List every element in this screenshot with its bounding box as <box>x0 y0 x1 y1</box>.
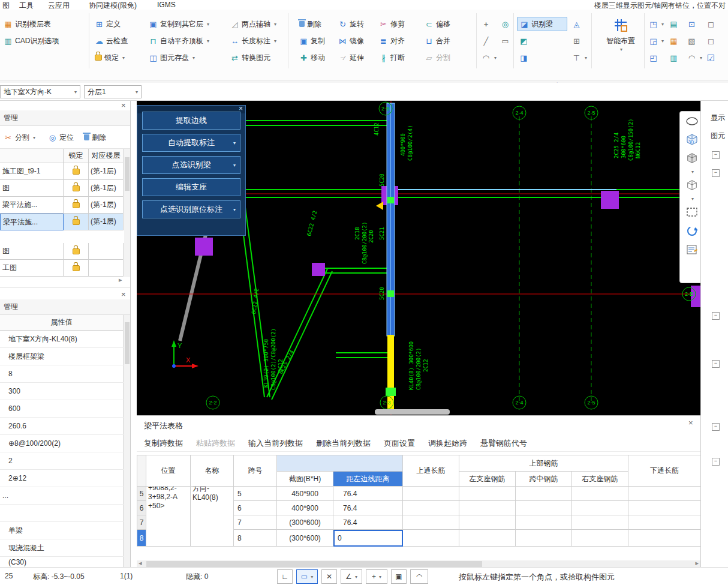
tree-collapse-icon[interactable]: − <box>712 360 720 368</box>
tree-collapse-icon[interactable]: − <box>712 151 720 159</box>
merge-button[interactable]: ⊔ 合并 <box>425 35 450 47</box>
extend-button[interactable]: −∕ 延伸 <box>338 52 364 64</box>
ribbon-misc4-button[interactable]: ◻ <box>706 18 715 30</box>
cell-empty[interactable] <box>403 530 459 547</box>
vertical-scrollbar[interactable] <box>124 149 130 277</box>
ribbon-misc2-button[interactable]: ▤ <box>669 18 678 30</box>
property-row[interactable]: 8 <box>0 365 124 383</box>
status-angle-tool[interactable]: ∠▾ <box>341 569 362 584</box>
move-button[interactable]: ✚ 移动 <box>299 52 325 64</box>
menu-input-column[interactable]: 输入当前列数据 <box>248 438 303 449</box>
offset-button[interactable]: ⊂ 偏移 <box>425 18 450 30</box>
property-row[interactable]: 楼层框架梁 <box>0 348 124 365</box>
property-row[interactable]: (C30) <box>0 557 124 568</box>
tree-collapse-icon[interactable]: − <box>712 423 720 431</box>
sheet-row-selected[interactable]: 梁平法施... <box>0 214 64 230</box>
menu-cantilever-code[interactable]: 悬臂钢筋代号 <box>480 438 527 449</box>
column-element[interactable] <box>195 238 213 256</box>
draw-rect-button[interactable]: ▭ <box>501 35 510 47</box>
cell-empty[interactable] <box>516 487 572 501</box>
status-rect-select-tool[interactable]: ▭▾ <box>296 569 318 584</box>
cell-dist-editing[interactable]: 0 <box>333 530 403 547</box>
cell-empty[interactable] <box>628 487 700 501</box>
define-button[interactable]: ⊞ 定义 <box>95 18 121 30</box>
cell-empty[interactable] <box>516 501 572 515</box>
delete-button[interactable]: 删除 <box>299 18 321 30</box>
property-row[interactable]: 260.6 <box>0 418 124 435</box>
cell-empty[interactable] <box>628 530 700 547</box>
ribbon-misc11-button[interactable]: ◠▾ <box>687 52 702 64</box>
menu-swap-start-span[interactable]: 调换起始跨 <box>428 438 467 449</box>
tree-collapse-icon[interactable]: − <box>712 169 720 177</box>
grip-handle[interactable] <box>387 197 394 203</box>
property-row[interactable]: 单梁 <box>0 522 124 539</box>
menu-copy-span[interactable]: 复制跨数据 <box>144 438 183 449</box>
cell-span-no[interactable]: 8 <box>234 530 277 547</box>
cell-section[interactable]: 400*900 <box>277 501 333 515</box>
tree-collapse-icon[interactable]: − <box>712 458 720 466</box>
row-index[interactable]: 7 <box>137 515 146 530</box>
sheet-row[interactable]: 图 <box>0 180 64 197</box>
align-button[interactable]: ≣ 对齐 <box>379 35 405 47</box>
sheet-row[interactable]: 施工图_t9-1 <box>0 163 64 180</box>
scrollbar-thumb[interactable] <box>146 561 482 567</box>
scroll-right-arrow[interactable]: ▸ <box>695 559 699 567</box>
property-row[interactable]: 2 <box>0 452 124 470</box>
status-cross-tool[interactable]: ✕ <box>321 569 337 584</box>
header-dist-left-selected[interactable]: 距左边线距离 <box>333 472 403 487</box>
property-row[interactable]: 600 <box>0 400 124 418</box>
recognize-beam-sub2-button[interactable]: ◩ <box>519 35 528 47</box>
cell-empty[interactable] <box>516 515 572 530</box>
row-index[interactable]: 5 <box>137 487 146 501</box>
extract-edge-button[interactable]: 提取边线 <box>142 112 240 130</box>
copy-button[interactable]: ▣ 复制 <box>299 35 325 47</box>
lock-icon[interactable] <box>73 265 80 271</box>
auto-extract-annotation-button[interactable]: 自动提取标注▾ <box>142 134 240 152</box>
layer-select[interactable]: 分层1 ▾ <box>84 85 142 98</box>
cell-section[interactable]: (300*600) <box>277 530 333 547</box>
property-row[interactable]: ⊕8@100/200(2) <box>0 435 124 452</box>
cell-empty[interactable] <box>572 501 628 515</box>
cell-span-no[interactable]: 5 <box>234 487 277 501</box>
scroll-left-arrow[interactable]: ◂ <box>139 559 142 567</box>
length-annotation-button[interactable]: ↔ 长度标注 ▾ <box>230 35 276 47</box>
two-point-aux-axis-button[interactable]: ◿ 两点辅轴 ▾ <box>230 18 276 30</box>
scrollbar-thumb[interactable] <box>125 157 130 191</box>
close-icon[interactable]: × <box>121 101 126 110</box>
lock-icon[interactable] <box>73 185 80 191</box>
recognize-beam-sub3-button[interactable]: ⊞ <box>572 35 581 47</box>
cell-span-no[interactable]: 7 <box>234 515 277 530</box>
break-button[interactable]: ∦ 打断 <box>379 52 405 64</box>
ribbon-misc10-button[interactable]: ▥ <box>669 52 678 64</box>
cell-empty[interactable] <box>459 530 516 547</box>
row-index[interactable]: 6 <box>137 501 146 515</box>
auto-align-top-button[interactable]: ⊓ 自动平齐顶板 ▾ <box>149 35 209 47</box>
lock-icon[interactable] <box>73 202 80 208</box>
tree-collapse-icon[interactable]: − <box>712 312 720 320</box>
status-arc-tool[interactable]: ◠ <box>410 569 428 584</box>
trim-button[interactable]: ✂ 修剪 <box>379 18 405 30</box>
property-row[interactable]: 现浇混凝土 <box>0 539 124 557</box>
locate-sheet-button[interactable]: ◎ 定位 <box>48 131 74 143</box>
status-image-tool[interactable]: ▣ <box>391 569 407 584</box>
edit-support-button[interactable]: 编辑支座 <box>142 178 240 196</box>
cell-section[interactable]: (300*600) <box>277 515 333 530</box>
menu-delete-column[interactable]: 删除当前列数据 <box>316 438 371 449</box>
cell-empty[interactable] <box>459 487 516 501</box>
cell-empty[interactable] <box>572 530 628 547</box>
cell-dist[interactable]: 76.4 <box>333 487 403 501</box>
ribbon-misc6-button[interactable]: ▦ <box>669 35 678 47</box>
vertical-scrollbar[interactable] <box>124 315 130 567</box>
cad-recognize-options-button[interactable]: ▥ CAD识别选项 <box>4 35 59 47</box>
element-type-select[interactable]: 地下室X方向-K ▾ <box>0 85 80 98</box>
recognize-floor-table-button[interactable]: ▦ 识别楼层表 <box>4 18 51 30</box>
cell-empty[interactable] <box>516 530 572 547</box>
sheet-row[interactable]: 工图 <box>0 260 64 277</box>
cell-span-no[interactable]: 6 <box>234 501 277 515</box>
cell-empty[interactable] <box>459 501 516 515</box>
pick-recognize-insitu-button[interactable]: 点选识别原位标注▾ <box>142 200 240 218</box>
delete-sheet-button[interactable]: 删除 <box>84 131 106 143</box>
close-icon[interactable]: × <box>688 418 693 427</box>
recognize-beam-sub4-button[interactable]: ◨ <box>519 52 528 64</box>
hscroll-right-arrow[interactable]: ▸ <box>119 276 122 284</box>
